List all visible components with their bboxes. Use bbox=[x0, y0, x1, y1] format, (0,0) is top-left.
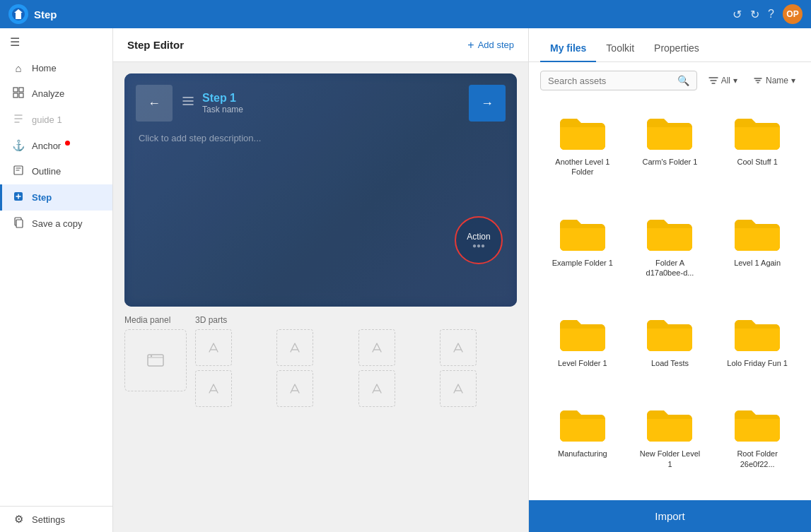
svg-rect-4 bbox=[19, 93, 23, 97]
sort-button[interactable]: Name ▾ bbox=[749, 73, 800, 88]
folder-icon bbox=[557, 214, 608, 254]
sidebar-item-anchor[interactable]: ⚓ Anchor bbox=[0, 133, 112, 158]
folder-item[interactable]: Lolo Friday Fun 1 bbox=[715, 306, 800, 394]
step-title-block: Step 1 Task name bbox=[202, 92, 243, 114]
folder-name: Level 1 Again bbox=[734, 258, 781, 268]
plus-icon: + bbox=[467, 39, 474, 52]
part-cell-2[interactable] bbox=[276, 329, 313, 366]
part-cell-5[interactable] bbox=[195, 370, 232, 407]
step-description[interactable]: Click to add step description... bbox=[124, 122, 517, 155]
folder-item[interactable]: Load Tests bbox=[628, 306, 713, 394]
folder-icon bbox=[557, 314, 608, 354]
folder-icon bbox=[644, 314, 695, 354]
parts-grid bbox=[195, 329, 517, 407]
folder-icon bbox=[644, 113, 695, 153]
tab-toolkit[interactable]: Toolkit bbox=[596, 35, 644, 62]
part-cell-8[interactable] bbox=[440, 370, 477, 407]
outline-icon bbox=[12, 165, 25, 178]
action-label: Action bbox=[467, 232, 490, 242]
sidebar-item-savecopy[interactable]: Save a copy bbox=[0, 211, 112, 237]
user-avatar[interactable]: OP bbox=[783, 4, 803, 24]
step-number: Step 1 bbox=[202, 92, 243, 105]
folder-name: Example Folder 1 bbox=[552, 258, 613, 268]
tab-my-files[interactable]: My files bbox=[540, 35, 596, 62]
sidebar-item-step[interactable]: Step bbox=[0, 184, 112, 211]
sidebar-item-settings[interactable]: ⚙ Settings bbox=[0, 507, 112, 532]
folder-name: New Folder Level 1 bbox=[638, 449, 701, 469]
folder-item[interactable]: Level 1 Again bbox=[715, 206, 800, 304]
part-cell-3[interactable] bbox=[358, 329, 395, 366]
sidebar-bottom: ⚙ Settings bbox=[0, 506, 112, 532]
parts-panel-section: 3D parts bbox=[195, 315, 517, 407]
sidebar-item-guide-label: guide 1 bbox=[32, 114, 62, 125]
folder-name: Another Level 1 Folder bbox=[551, 157, 614, 177]
svg-rect-8 bbox=[16, 220, 23, 227]
folder-item[interactable]: Manufacturing bbox=[540, 396, 625, 495]
topbar: Step ↺ ↻ ? OP bbox=[0, 0, 811, 28]
topbar-actions: ↺ ↻ ? OP bbox=[733, 4, 803, 24]
redo-icon[interactable]: ↻ bbox=[750, 8, 759, 21]
folder-item[interactable]: New Folder Level 1 bbox=[628, 396, 713, 495]
analyze-icon bbox=[12, 87, 25, 100]
part-cell-7[interactable] bbox=[358, 370, 395, 407]
folder-item[interactable]: Folder A d17a0bee-d... bbox=[628, 206, 713, 304]
center-content: Step Editor + Add step ← bbox=[113, 28, 528, 532]
part-cell-4[interactable] bbox=[440, 329, 477, 366]
sidebar-item-outline[interactable]: Outline bbox=[0, 158, 112, 184]
media-cell[interactable] bbox=[124, 329, 187, 391]
hamburger-menu[interactable]: ☰ bbox=[0, 28, 112, 56]
svg-rect-1 bbox=[13, 88, 18, 92]
step-card: ← Step 1 Task name → Click to add step d… bbox=[124, 73, 517, 307]
undo-icon[interactable]: ↺ bbox=[733, 8, 742, 21]
step-icon bbox=[12, 191, 25, 204]
step-lines-icon bbox=[181, 94, 195, 108]
sidebar-item-home[interactable]: ⌂ Home bbox=[0, 56, 112, 81]
step-next-button[interactable]: → bbox=[469, 85, 506, 122]
filter-button[interactable]: All ▾ bbox=[704, 73, 742, 88]
folder-name: Carm's Folder 1 bbox=[643, 157, 698, 167]
folder-icon bbox=[732, 405, 783, 444]
step-prev-button[interactable]: ← bbox=[136, 85, 173, 122]
sidebar-item-step-label: Step bbox=[32, 192, 52, 203]
search-box[interactable]: 🔍 bbox=[540, 71, 697, 90]
folder-icon bbox=[644, 405, 695, 444]
folder-item[interactable]: Cool Stuff 1 bbox=[715, 105, 800, 203]
sidebar-item-anchor-label: Anchor bbox=[32, 141, 61, 151]
import-button[interactable]: Import bbox=[529, 500, 811, 532]
add-step-button[interactable]: + Add step bbox=[467, 39, 514, 52]
folder-item[interactable]: Carm's Folder 1 bbox=[628, 105, 713, 203]
sort-label: Name bbox=[766, 76, 788, 85]
folder-name: Folder A d17a0bee-d... bbox=[638, 258, 701, 278]
sidebar-item-settings-label: Settings bbox=[32, 514, 65, 525]
action-button-container: Action ●●● bbox=[455, 216, 503, 264]
below-card-panels: Media panel 3D parts bbox=[124, 315, 517, 407]
sidebar-item-analyze[interactable]: Analyze bbox=[0, 81, 112, 107]
filter-chevron: ▾ bbox=[733, 76, 737, 85]
part-cell-1[interactable] bbox=[195, 329, 232, 366]
part-cell-6[interactable] bbox=[276, 370, 313, 407]
svg-rect-3 bbox=[13, 93, 18, 97]
help-icon[interactable]: ? bbox=[768, 8, 774, 20]
folder-icon bbox=[644, 214, 695, 254]
folder-item[interactable]: Example Folder 1 bbox=[540, 206, 625, 304]
savecopy-icon bbox=[12, 217, 25, 230]
filter-icon bbox=[708, 76, 718, 85]
tab-properties[interactable]: Properties bbox=[644, 35, 709, 62]
parts-panel-label: 3D parts bbox=[195, 315, 517, 325]
search-icon: 🔍 bbox=[677, 75, 689, 86]
folder-item[interactable]: Level Folder 1 bbox=[540, 306, 625, 394]
search-input[interactable] bbox=[548, 76, 673, 86]
step-task-name: Task name bbox=[202, 105, 243, 114]
media-panel-section: Media panel bbox=[124, 315, 187, 407]
folder-item[interactable]: Another Level 1 Folder bbox=[540, 105, 625, 203]
folder-name: Load Tests bbox=[651, 358, 689, 368]
sidebar-item-savecopy-label: Save a copy bbox=[32, 218, 83, 229]
right-tabs: My files Toolkit Properties bbox=[529, 28, 811, 62]
main-layout: ☰ ⌂ Home Analyze guide 1 ⚓ Anchor Ou bbox=[0, 28, 811, 532]
folder-name: Cool Stuff 1 bbox=[737, 157, 778, 167]
action-button[interactable]: Action ●●● bbox=[455, 216, 503, 264]
folder-item[interactable]: Root Folder 26e0f22... bbox=[715, 396, 800, 495]
folder-name: Lolo Friday Fun 1 bbox=[727, 358, 788, 368]
folder-icon bbox=[732, 214, 783, 254]
svg-rect-9 bbox=[148, 355, 163, 366]
